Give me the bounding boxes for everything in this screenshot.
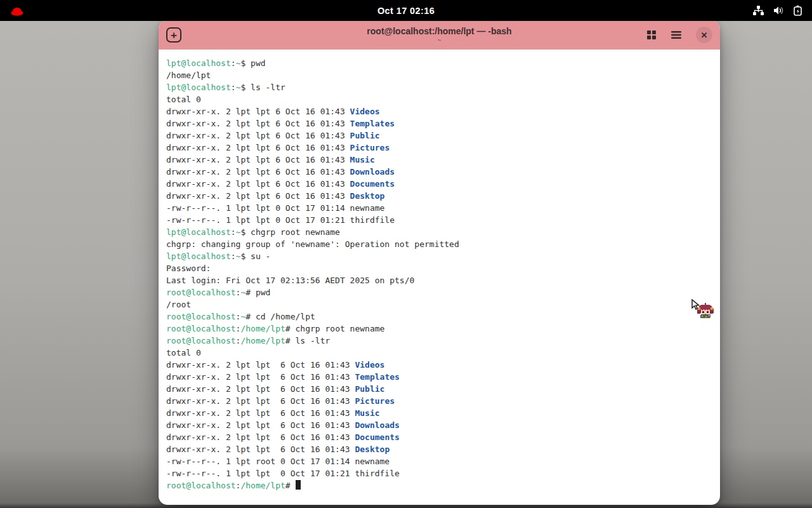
close-button[interactable]: ✕ [696, 27, 712, 43]
terminal-line: drwxr-xr-x. 2 lpt lpt 6 Oct 16 01:43 Pic… [166, 395, 712, 407]
terminal-line: root@localhost:/home/lpt# [166, 479, 712, 491]
terminal-line: drwxr-xr-x. 2 lpt lpt 6 Oct 16 01:43 Pub… [166, 383, 712, 395]
terminal-line: drwxr-xr-x. 2 lpt lpt 6 Oct 16 01:43 Des… [166, 443, 712, 455]
terminal-line: drwxr-xr-x. 2 lpt lpt 6 Oct 16 01:43 Vid… [166, 359, 712, 371]
terminal-output[interactable]: lpt@localhost:~$ pwd/home/lptlpt@localho… [159, 50, 720, 491]
terminal-line: lpt@localhost:~$ chgrp root newname [166, 226, 712, 238]
pet-sprite [697, 303, 714, 318]
terminal-line: root@localhost:~# pwd [166, 286, 712, 298]
system-tray[interactable] [752, 5, 803, 17]
terminal-line: root@localhost:/home/lpt# ls -ltr [166, 335, 712, 347]
terminal-line: root@localhost:/home/lpt# chgrp root new… [166, 323, 712, 335]
new-tab-button[interactable]: + [166, 27, 181, 43]
terminal-line: total 0 [166, 93, 712, 105]
clock[interactable]: Oct 17 02:16 [0, 6, 812, 16]
window-title: root@localhost:/home/lpt — -bash [367, 26, 511, 37]
mouse-cursor-with-pet [688, 297, 716, 328]
terminal-line: root@localhost:~# cd /home/lpt [166, 311, 712, 323]
window-subtitle: ~ [438, 37, 442, 44]
terminal-line: Password: [166, 262, 712, 274]
terminal-line: total 0 [166, 347, 712, 359]
terminal-line: drwxr-xr-x. 2 lpt lpt 6 Oct 16 01:43 Mus… [166, 407, 712, 419]
terminal-line: drwxr-xr-x. 2 lpt lpt 6 Oct 16 01:43 Tem… [166, 371, 712, 383]
terminal-line: -rw-r--r--. 1 lpt lpt 0 Oct 17 01:21 thi… [166, 467, 712, 479]
arrow-cursor [692, 300, 699, 309]
menu-button[interactable] [671, 30, 682, 39]
top-system-bar: Oct 17 02:16 [0, 0, 812, 21]
terminal-line: -rw-r--r--. 1 lpt lpt 0 Oct 17 01:21 thi… [166, 214, 712, 226]
terminal-line: drwxr-xr-x. 2 lpt lpt 6 Oct 16 01:43 Dow… [166, 419, 712, 431]
terminal-line: /root [166, 298, 712, 311]
terminal-line: drwxr-xr-x. 2 lpt lpt 6 Oct 16 01:43 Doc… [166, 178, 712, 190]
terminal-line: drwxr-xr-x. 2 lpt lpt 6 Oct 16 01:43 Mus… [166, 154, 712, 166]
terminal-line: drwxr-xr-x. 2 lpt lpt 6 Oct 16 01:43 Doc… [166, 431, 712, 443]
terminal-line: drwxr-xr-x. 2 lpt lpt 6 Oct 16 01:43 Des… [166, 190, 712, 202]
terminal-line: -rw-r--r--. 1 lpt lpt 0 Oct 17 01:14 new… [166, 202, 712, 214]
terminal-line: /home/lpt [166, 69, 712, 81]
battery-charging-icon [792, 5, 803, 17]
terminal-line: chgrp: changing group of 'newname': Oper… [166, 238, 712, 250]
terminal-line: drwxr-xr-x. 2 lpt lpt 6 Oct 16 01:43 Tem… [166, 117, 712, 130]
wired-network-icon [752, 5, 764, 16]
terminal-line: drwxr-xr-x. 2 lpt lpt 6 Oct 16 01:43 Pub… [166, 130, 712, 142]
terminal-line: lpt@localhost:~$ ls -ltr [166, 81, 712, 93]
terminal-cursor [296, 480, 301, 490]
terminal-line: Last login: Fri Oct 17 02:13:56 AEDT 202… [166, 274, 712, 286]
terminal-line: lpt@localhost:~$ pwd [166, 57, 712, 69]
terminal-line: drwxr-xr-x. 2 lpt lpt 6 Oct 16 01:43 Pic… [166, 142, 712, 154]
terminal-window: + root@localhost:/home/lpt — -bash ~ [159, 20, 720, 505]
titlebar[interactable]: + root@localhost:/home/lpt — -bash ~ [159, 20, 720, 50]
terminal-line: lpt@localhost:~$ su - [166, 250, 712, 262]
terminal-line: -rw-r--r--. 1 lpt root 0 Oct 17 01:14 ne… [166, 455, 712, 467]
terminal-line: drwxr-xr-x. 2 lpt lpt 6 Oct 16 01:43 Vid… [166, 105, 712, 117]
tab-overview-button[interactable] [646, 30, 657, 40]
volume-icon [773, 5, 784, 16]
terminal-line: drwxr-xr-x. 2 lpt lpt 6 Oct 16 01:43 Dow… [166, 166, 712, 178]
